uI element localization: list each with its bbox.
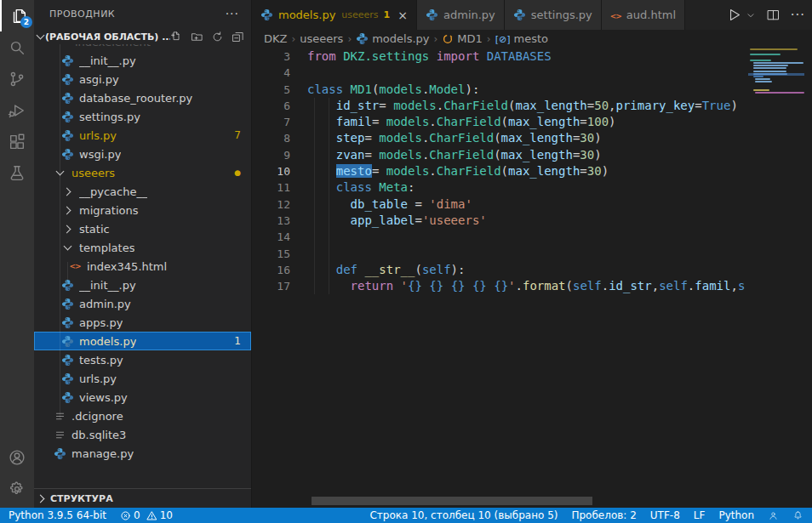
status-bar: Python 3.9.5 64-bit 0 10 Строка 10, стол… [0, 508, 812, 523]
warning-icon [146, 510, 157, 521]
testing-activity-button[interactable] [0, 157, 34, 189]
tree-item-settings-py[interactable]: settings.py [34, 107, 251, 126]
tree-item-clipped[interactable]: indexelement [34, 44, 251, 51]
tab-admin-py[interactable]: admin.py [417, 0, 505, 30]
code-line-13: 13 app_label='useeers' [252, 213, 748, 229]
minimap-line [755, 81, 772, 82]
encoding-status[interactable]: UTF-8 [650, 509, 680, 521]
run-icon[interactable] [726, 7, 742, 23]
split-editor-icon[interactable] [766, 8, 781, 22]
tree-item-tests-py[interactable]: tests.py [34, 350, 251, 369]
cursor-position-status[interactable]: Строка 10, столбец 10 (выбрано 5) [369, 509, 558, 521]
tree-item-label: .dcignore [71, 410, 123, 423]
minimap-line [753, 67, 786, 69]
tree-item-label: db.sqlite3 [71, 429, 126, 441]
tree-indent-guide [67, 262, 68, 281]
sidebar-more-actions-icon[interactable]: ··· [226, 7, 239, 20]
breadcrumb-item-models-py[interactable]: models.py [356, 32, 429, 45]
tree-item-useeers[interactable]: useeers● [34, 163, 251, 182]
line-number: 14 [252, 229, 290, 245]
minimap[interactable] [748, 48, 804, 151]
workspace-section-header[interactable]: (РАБОЧАЯ ОБЛАСТЬ) ... [34, 27, 251, 46]
breadcrumb-item-md1[interactable]: MD1 [442, 32, 483, 45]
tree-item-urls-py[interactable]: urls.py [34, 369, 251, 388]
tree-item-label: asgi.py [79, 73, 119, 86]
activity-bar-top: 2 [0, 0, 34, 189]
tree-item-admin-py[interactable]: admin.py [34, 294, 251, 313]
notifications-bell-icon[interactable] [792, 510, 803, 521]
tree-item-database-roouter-py[interactable]: database_roouter.py [34, 88, 251, 107]
tree-item-label: tests.py [79, 354, 123, 367]
breadcrumb-label: useeers [300, 32, 343, 45]
feedback-icon[interactable] [768, 510, 779, 521]
tree-item-label: templates [79, 242, 134, 254]
tab-aud-html[interactable]: <>aud.html [602, 0, 685, 30]
line-text: def __str__(self): [290, 262, 465, 278]
tree-item-static[interactable]: static [34, 219, 251, 238]
python-interpreter-status[interactable]: Python 3.9.5 64-bit [9, 509, 106, 521]
minimap-line [753, 89, 769, 91]
new-file-icon[interactable] [170, 31, 183, 43]
language-mode-status[interactable]: Python [718, 509, 754, 521]
code-line-14: 14 [252, 229, 748, 245]
modified-dot: ● [234, 168, 251, 177]
tree-item-label: wsgi.py [79, 148, 121, 161]
tree-item-label: admin.py [79, 298, 131, 310]
tree-item-apps-py[interactable]: apps.py [34, 313, 251, 332]
line-number: 7 [252, 114, 290, 130]
problems-status[interactable]: 0 10 [120, 509, 173, 521]
breadcrumb-item-dkz[interactable]: DKZ [264, 32, 287, 45]
tab-settings-py[interactable]: settings.py [505, 0, 602, 30]
testing-icon [8, 164, 26, 183]
more-actions-icon[interactable]: ··· [791, 8, 805, 23]
collapse-all-icon[interactable] [232, 31, 244, 43]
tree-item-wsgi-py[interactable]: wsgi.py [34, 145, 251, 163]
tree-item-views-py[interactable]: views.py [34, 388, 251, 406]
tab-label: settings.py [531, 9, 592, 21]
field-icon: [⊘] [495, 32, 511, 45]
extensions-activity-button[interactable] [0, 126, 34, 157]
breadcrumb-item-useeers[interactable]: useeers [300, 32, 343, 45]
refresh-icon[interactable] [211, 31, 224, 43]
tree-item-templates[interactable]: templates [34, 238, 251, 257]
settings-button[interactable] [0, 473, 34, 504]
outline-section-header[interactable]: СТРУКТУРА [34, 488, 251, 508]
breadcrumb-item-mesto[interactable]: [⊘]mesto [495, 32, 548, 45]
minimap-line [753, 62, 803, 64]
search-activity-button[interactable] [0, 31, 34, 63]
python-icon [60, 128, 74, 142]
tree-item--dcignore[interactable]: .dcignore [34, 406, 251, 425]
chevron-right-icon [37, 494, 45, 503]
tree-item-urls-py[interactable]: urls.py7 [34, 126, 251, 145]
tree-item-asgi-py[interactable]: asgi.py [34, 70, 251, 88]
source-control-activity-button[interactable] [0, 63, 34, 94]
new-folder-icon[interactable] [191, 31, 203, 43]
indentation-status[interactable]: Пробелов: 2 [571, 509, 636, 521]
tab-label: admin.py [443, 9, 495, 21]
tree-item--pycache-[interactable]: __pycache__ [34, 182, 251, 201]
python-icon [513, 9, 526, 21]
explorer-activity-button[interactable]: 2 [0, 0, 36, 31]
tab-description: useeers [341, 9, 378, 20]
eol-status[interactable]: LF [694, 509, 706, 521]
source-control-icon [8, 70, 26, 88]
line-number: 16 [252, 262, 290, 278]
run-debug-activity-button[interactable] [0, 94, 34, 126]
close-icon[interactable]: × [397, 9, 408, 21]
horizontal-scrollbar[interactable] [312, 497, 592, 505]
run-debug-icon [8, 101, 26, 120]
python-icon [60, 297, 74, 310]
breadcrumb: DKZ›useeers›models.py›MD1›[⊘]mesto [264, 30, 812, 48]
tree-item--init-py[interactable]: __init__.py [34, 51, 251, 70]
indent-guide [314, 98, 315, 295]
tree-item-manage-py[interactable]: manage.py [34, 444, 251, 463]
tree-item-models-py[interactable]: models.py1 [34, 332, 251, 350]
minimap-line [755, 78, 770, 80]
account-button[interactable] [0, 441, 34, 473]
run-dropdown-icon[interactable] [746, 10, 756, 20]
tree-item-db-sqlite3[interactable]: db.sqlite3 [34, 425, 251, 444]
class-icon [442, 33, 454, 45]
line-text [290, 65, 307, 81]
tab-models-py[interactable]: models.pyuseeers1× [252, 0, 417, 30]
tree-item-migrations[interactable]: migrations [34, 201, 251, 219]
